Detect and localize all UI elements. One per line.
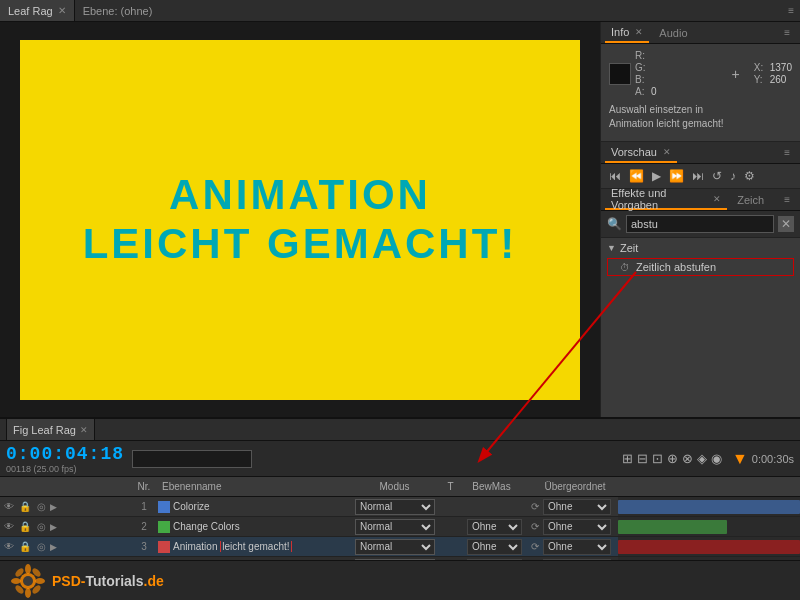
ubergeordnet-select[interactable]: Ohne: [543, 519, 611, 535]
info-description: Auswahl einsetzen in Animation leicht ge…: [609, 99, 792, 135]
right-panels: Info ✕ Audio ≡ R:: [600, 22, 800, 417]
layer-bewmas[interactable]: Ohne: [467, 519, 527, 535]
tool-icon-2[interactable]: ⊟: [637, 451, 648, 466]
info-channel-g: G:: [635, 62, 726, 73]
layer-expand-icon[interactable]: ▶: [50, 522, 62, 532]
effekte-panel: Effekte und Vorgaben ✕ Zeich ≡ 🔍 ✕ ▼ Zei…: [601, 189, 800, 417]
step-forward-button[interactable]: ⏩: [667, 168, 686, 184]
tool-icon-6[interactable]: ◈: [697, 451, 707, 466]
info-panel-menu[interactable]: ≡: [778, 27, 796, 38]
timeline-tools: ⊞ ⊟ ⊡ ⊕ ⊗ ◈ ◉ ▼ 0:00:30s: [622, 450, 794, 468]
layer-modus[interactable]: Normal: [355, 539, 445, 555]
play-button[interactable]: ▶: [650, 168, 663, 184]
layer-eye-icon[interactable]: 👁: [2, 520, 16, 534]
info-channels: R: G: B: A: 0: [635, 50, 726, 97]
vorschau-panel-header: Vorschau ✕ ≡: [601, 142, 800, 164]
vorschau-tab-close[interactable]: ✕: [663, 147, 671, 157]
layer-ubergeordnet[interactable]: Ohne: [543, 539, 618, 555]
tool-icon-7[interactable]: ◉: [711, 451, 722, 466]
timecode-display[interactable]: 0:00:04:18: [6, 444, 124, 464]
vorschau-panel-menu[interactable]: ≡: [778, 147, 796, 158]
skip-start-button[interactable]: ⏮: [607, 168, 623, 184]
layer-modus[interactable]: Normal: [355, 499, 445, 515]
effekte-tab-close[interactable]: ✕: [713, 194, 721, 204]
close-tab-button[interactable]: ✕: [58, 5, 66, 16]
category-expand-icon[interactable]: ▼: [607, 243, 616, 253]
timeline-tab-label: Fig Leaf Rag: [13, 424, 76, 436]
bewmas-select[interactable]: Ohne: [467, 519, 522, 535]
effekte-search-input[interactable]: [626, 215, 774, 233]
layer-controls: 👁 🔒 ◎ ▶: [0, 520, 130, 534]
modus-select[interactable]: Normal: [355, 539, 435, 555]
effekte-content: ▼ Zeit ⏱ Zeitlich abstufen: [601, 238, 800, 417]
layer-expand-icon[interactable]: ▶: [50, 502, 62, 512]
layer-row: 👁 🔒 ◎ ▶ 3 Animation leicht gemacht! Norm…: [0, 537, 800, 557]
layer-solo-icon[interactable]: ◎: [34, 520, 48, 534]
loop-button[interactable]: ↺: [710, 168, 724, 184]
tool-icon-1[interactable]: ⊞: [622, 451, 633, 466]
layer-solo-icon[interactable]: ◎: [34, 540, 48, 554]
layer-name[interactable]: Change Colors: [173, 521, 355, 532]
tool-icon-3[interactable]: ⊡: [652, 451, 663, 466]
settings-button[interactable]: ⚙: [742, 168, 757, 184]
effekte-item-zeitlich[interactable]: ⏱ Zeitlich abstufen: [607, 258, 794, 276]
layer-ubergeordnet[interactable]: Ohne: [543, 519, 618, 535]
zeich-tab[interactable]: Zeich: [731, 189, 770, 210]
tool-icon-4[interactable]: ⊕: [667, 451, 678, 466]
layer-lock-icon[interactable]: 🔒: [18, 520, 32, 534]
timecode-area: 0:00:04:18 00118 (25.00 fps) ⊞ ⊟ ⊡ ⊕ ⊗ ◈…: [0, 441, 800, 477]
timeline-tab-close[interactable]: ✕: [80, 425, 88, 435]
layer-name[interactable]: Colorize: [173, 501, 355, 512]
info-tab[interactable]: Info ✕: [605, 22, 649, 43]
bewmas-select[interactable]: Ohne: [467, 539, 522, 555]
logo-text: PSD-Tutorials.de: [52, 573, 164, 589]
layer-timeline: [618, 517, 800, 536]
layer-eye-icon[interactable]: 👁: [2, 540, 16, 554]
vorschau-tab[interactable]: Vorschau ✕: [605, 142, 677, 163]
composition-tab-label: Leaf Rag: [8, 5, 53, 17]
audio-tab[interactable]: Audio: [653, 22, 693, 43]
svg-point-2: [25, 564, 31, 574]
ubergeordnet-select[interactable]: Ohne: [543, 539, 611, 555]
panel-menu-button[interactable]: ≡: [782, 0, 800, 21]
audio-button[interactable]: ♪: [728, 168, 738, 184]
layer-ubergeordnet[interactable]: Ohne: [543, 499, 618, 515]
audio-tab-label: Audio: [659, 27, 687, 39]
layer-solo-icon[interactable]: ◎: [34, 500, 48, 514]
modus-select[interactable]: Normal: [355, 519, 435, 535]
search-icon: 🔍: [607, 217, 622, 231]
layer-expand-icon[interactable]: ▶: [50, 542, 62, 552]
layer-bewmas[interactable]: Ohne: [467, 539, 527, 555]
canvas-title-line1: ANIMATION: [169, 171, 431, 219]
tool-icon-5[interactable]: ⊗: [682, 451, 693, 466]
effekte-tab[interactable]: Effekte und Vorgaben ✕: [605, 189, 727, 210]
layer-timeline: [618, 537, 800, 556]
fps-info: 00118 (25.00 fps): [6, 464, 124, 474]
step-back-button[interactable]: ⏪: [627, 168, 646, 184]
col-header-name: Ebenenname: [158, 481, 350, 492]
timeline-composition-tab[interactable]: Fig Leaf Rag ✕: [6, 419, 95, 440]
color-swatch: [609, 63, 631, 85]
info-content: R: G: B: A: 0: [601, 44, 800, 141]
column-headers: Nr. Ebenenname Modus T BewMas Übergeordn…: [0, 477, 800, 497]
timeline-search-input[interactable]: [132, 450, 252, 468]
vorschau-panel: Vorschau ✕ ≡ ⏮ ⏪ ▶ ⏩ ⏭ ↺ ♪ ⚙: [601, 142, 800, 189]
layer-eye-icon[interactable]: 👁: [2, 500, 16, 514]
ubergeordnet-select[interactable]: Ohne: [543, 499, 611, 515]
layer-name[interactable]: Animation leicht gemacht!: [173, 541, 355, 552]
layer-row: 👁 🔒 ◎ ▶ 2 Change Colors Normal Ohne ⟳ Oh…: [0, 517, 800, 537]
info-tab-close[interactable]: ✕: [635, 27, 643, 37]
layer-lock-icon[interactable]: 🔒: [18, 500, 32, 514]
col-header-bewmas: BewMas: [462, 481, 522, 492]
skip-end-button[interactable]: ⏭: [690, 168, 706, 184]
col-header-ubergeordnet: Übergeordnet: [538, 481, 613, 492]
layer-lock-icon[interactable]: 🔒: [18, 540, 32, 554]
effekte-search-bar: 🔍 ✕: [601, 211, 800, 238]
layer-number: 3: [130, 541, 158, 552]
search-clear-button[interactable]: ✕: [778, 216, 794, 232]
composition-tab[interactable]: Leaf Rag ✕: [0, 0, 75, 21]
modus-select[interactable]: Normal: [355, 499, 435, 515]
effekte-panel-menu[interactable]: ≡: [778, 194, 796, 205]
layer-modus[interactable]: Normal: [355, 519, 445, 535]
layer-color-swatch: [158, 541, 170, 553]
